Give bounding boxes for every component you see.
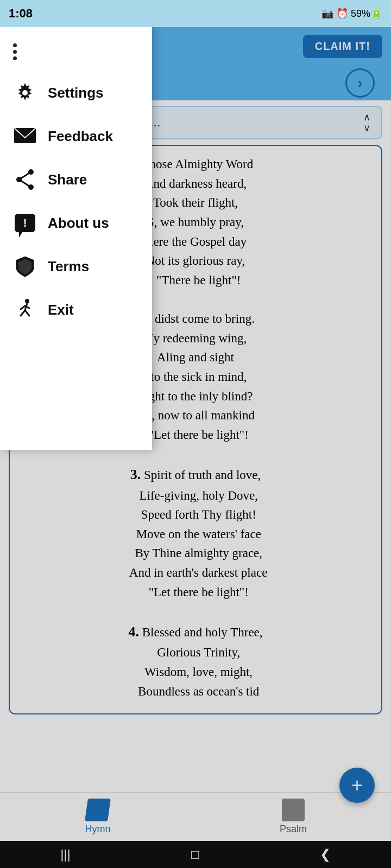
envelope-icon [13,124,37,148]
menu-item-settings[interactable]: Settings [0,71,152,114]
drawer-menu: Settings Feedback [0,27,152,450]
app-container: ongs and Solos CLAIM IT! ⎈ 🔊 › OSE ALMIG… [0,27,391,868]
shield-icon [13,254,37,278]
walk-icon [13,298,37,322]
gear-icon [13,81,37,105]
menu-item-feedback[interactable]: Feedback [0,114,152,158]
feedback-label: Feedback [48,128,113,145]
share-label: Share [48,171,87,188]
menu-item-exit[interactable]: Exit [0,288,152,331]
settings-label: Settings [48,85,104,101]
svg-line-11 [25,310,29,316]
status-bar: 1:08 📷 ⏰ 59%🔋 [0,0,391,27]
menu-item-terms[interactable]: Terms [0,245,152,288]
svg-line-7 [19,180,31,187]
terms-label: Terms [48,258,89,275]
share-menu-icon [13,168,37,192]
status-time: 1:08 [9,7,33,21]
menu-item-about[interactable]: ! About us [0,201,152,245]
status-icons: 📷 ⏰ 59%🔋 [321,8,382,20]
svg-line-6 [19,172,31,180]
about-icon: ! [13,211,37,235]
exit-label: Exit [48,302,74,318]
menu-item-share[interactable]: Share [0,158,152,201]
status-right-icons: 📷 ⏰ 59%🔋 [321,8,382,20]
about-label: About us [48,215,109,232]
three-dot-icon[interactable] [13,43,26,60]
svg-point-1 [22,90,28,95]
three-dot-area[interactable] [0,38,152,71]
svg-line-10 [21,310,25,316]
